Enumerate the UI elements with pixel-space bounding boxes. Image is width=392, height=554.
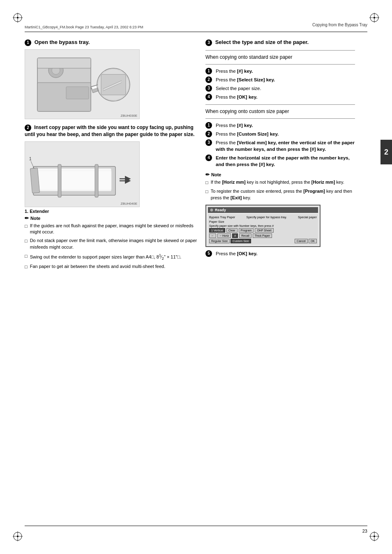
- step1-number: 1: [25, 39, 31, 46]
- standard-step-num-2: 2: [205, 76, 212, 83]
- standard-step-text-1: Press the [#] key.: [216, 68, 355, 74]
- screen-bottom-row: Regular Size Custom Size Cancel OK: [209, 239, 317, 243]
- footer: 23: [25, 526, 367, 533]
- bullet-icon-3: □: [25, 253, 28, 261]
- right-column: 3 Select the type and size of the paper.…: [205, 39, 367, 521]
- ohp-btn[interactable]: OHP Sheet: [255, 228, 273, 233]
- bullet-icon: □: [25, 223, 28, 236]
- svg-point-11: [17, 536, 18, 537]
- specify-number-label: Specify paper size with Number keys, the…: [209, 224, 317, 227]
- custom-step-text-2: Press the [Custom Size] key.: [216, 131, 355, 137]
- bullet-icon-2: □: [25, 238, 28, 251]
- step2-note: ✏ Note □ If the guides are not flush aga…: [25, 215, 197, 271]
- ready-dot: [210, 208, 213, 212]
- main-content: 1 Open the bypass tray.: [25, 39, 367, 521]
- custom-note-item-1: □ If the [Horiz mm] key is not highlight…: [205, 179, 355, 186]
- program-btn[interactable]: Program: [239, 228, 254, 233]
- standard-step-num-4: 4: [205, 94, 212, 100]
- note-text-2: Do not stack paper over the limit mark, …: [30, 238, 197, 251]
- note-item-1: □ If the guides are not flush against th…: [25, 223, 197, 236]
- svg-rect-21: [37, 58, 91, 68]
- pencil-icon-2: ✏: [205, 172, 210, 178]
- step2-image-code: ZBUH040E: [121, 202, 137, 205]
- step5-block: 5 Press the [OK] key.: [205, 250, 355, 257]
- standard-section: When copying onto standard size paper 1 …: [205, 54, 355, 100]
- page: MartiniC1_GBcopy4_FM.book Page 23 Tuesda…: [0, 0, 392, 554]
- standard-step-num-1: 1: [205, 68, 212, 74]
- svg-text:1: 1: [29, 157, 32, 161]
- custom-step-num-3: 3: [205, 139, 212, 146]
- standard-step-1: 1 Press the [#] key.: [205, 68, 355, 74]
- screen-section-1: Paper Size: [209, 220, 317, 224]
- bypass-label: Bypass Tray Paper: [209, 215, 235, 219]
- svg-point-3: [17, 17, 18, 18]
- step2-number: 2: [25, 125, 31, 131]
- step3-heading: 3 Select the type and size of the paper.: [205, 39, 355, 46]
- standard-step-3: 3 Select the paper size.: [205, 85, 355, 92]
- standard-step-2: 2 Press the [Select Size] key.: [205, 76, 355, 83]
- standard-section-label: When copying onto standard size paper: [205, 54, 355, 61]
- custom-step-3: 3 Press the [Vertical mm] key, enter the…: [205, 139, 355, 152]
- page-number: 23: [362, 529, 367, 533]
- svg-rect-31: [58, 164, 61, 197]
- svg-rect-25: [101, 74, 126, 95]
- custom-note-item-2: □ To register the custom size entered, p…: [205, 188, 355, 201]
- custom-step-text-1: Press the [#] key.: [216, 122, 355, 129]
- step3-block: 3 Select the type and size of the paper.…: [205, 39, 355, 257]
- thick-btn[interactable]: Thick Paper: [253, 233, 272, 238]
- hash-btn[interactable]: #: [232, 233, 238, 238]
- svg-rect-22: [66, 87, 89, 99]
- step5-text: Press the [OK] key.: [216, 250, 355, 257]
- screen-input-row: 1 Vertical Clear Program OHP Sheet: [209, 228, 317, 233]
- svg-rect-32: [95, 164, 98, 197]
- bullet-icon-6: □: [205, 189, 208, 201]
- custom-step-num-4: 4: [205, 155, 212, 161]
- screen-ui: Ready Bypass Tray Paper Specify paper fo…: [205, 205, 321, 247]
- cancel-btn[interactable]: Cancel: [295, 239, 308, 243]
- custom-note-heading: ✏ Note: [205, 172, 355, 178]
- corner-mark-tr: [368, 12, 380, 24]
- header: MartiniC1_GBcopy4_FM.book Page 23 Tuesda…: [25, 23, 367, 32]
- custom-step-num-2: 2: [205, 131, 212, 137]
- special-paper: Special paper: [298, 215, 317, 219]
- screen-body: Bypass Tray Paper Specify paper for bypa…: [208, 214, 318, 245]
- svg-point-7: [374, 17, 375, 18]
- step5-number: 5: [205, 250, 212, 257]
- custom-step-1: 1 Press the [#] key.: [205, 122, 355, 129]
- step2-heading: 2 Insert copy paper with the side you wa…: [25, 124, 197, 138]
- extender-label: 1. Extender: [25, 209, 197, 214]
- custom-step-num-1: 1: [205, 122, 212, 129]
- ok-btn[interactable]: OK: [309, 239, 317, 243]
- screen-input-row-2: ← ←Horiz # Recall Thick Paper: [209, 233, 317, 238]
- step1-block: 1 Open the bypass tray.: [25, 39, 197, 119]
- regular-size-btn[interactable]: Regular Size: [209, 239, 230, 243]
- chapter-tab: 2: [380, 140, 392, 164]
- custom-note: ✏ Note □ If the [Horiz mm] key is not hi…: [205, 172, 355, 201]
- step1-heading: 1 Open the bypass tray.: [25, 39, 197, 46]
- step1-image: ZBUH030E: [25, 49, 140, 119]
- custom-step-2: 2 Press the [Custom Size] key.: [205, 131, 355, 137]
- screen-ready-text: Ready: [215, 208, 226, 212]
- recall-btn[interactable]: Recall: [239, 233, 251, 238]
- divider-4: [205, 118, 355, 119]
- arrow-left-btn[interactable]: ←: [209, 233, 216, 238]
- note-text-3: Swing out the extender to support paper …: [30, 253, 197, 261]
- clear-btn[interactable]: Clear: [226, 228, 238, 233]
- step3-number: 3: [205, 39, 212, 46]
- divider-1: [205, 50, 355, 51]
- step2-block: 2 Insert copy paper with the side you wa…: [25, 124, 197, 270]
- screen-title-bar: Ready: [208, 207, 318, 213]
- custom-step-text-4: Enter the horizontal size of the paper w…: [216, 155, 355, 168]
- screen-row-1: Bypass Tray Paper Specify paper for bypa…: [209, 215, 317, 219]
- corner-mark-br: [368, 530, 380, 542]
- svg-rect-30: [35, 171, 111, 190]
- step2-image: 1 ZBUH040E: [25, 141, 140, 207]
- vertical-btn: 1 Vertical: [209, 228, 225, 233]
- corner-mark-tl: [12, 12, 24, 24]
- horiz-btn[interactable]: ←Horiz: [217, 233, 231, 238]
- custom-size-btn[interactable]: Custom Size: [231, 239, 251, 243]
- custom-step-text-3: Press the [Vertical mm] key, enter the v…: [216, 139, 355, 152]
- custom-section-label: When copying onto custom size paper: [205, 108, 355, 115]
- header-title: Copying from the Bypass Tray: [312, 23, 367, 27]
- chapter-number: 2: [384, 148, 388, 157]
